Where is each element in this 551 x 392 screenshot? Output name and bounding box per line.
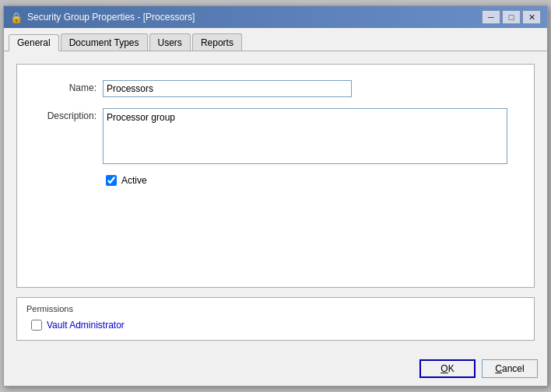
active-checkbox[interactable] [106,175,117,186]
close-button[interactable]: ✕ [522,10,541,24]
footer: OK Cancel [4,353,547,386]
maximize-button[interactable]: □ [502,10,521,24]
tab-reports[interactable]: Reports [192,33,242,51]
minimize-button[interactable]: ─ [482,10,500,24]
ok-button[interactable]: OK [419,359,476,378]
name-label: Name: [33,80,103,93]
vault-admin-checkbox[interactable] [31,320,42,331]
tab-document-types[interactable]: Document Types [61,33,148,51]
active-checkbox-row: Active [33,175,518,186]
name-input[interactable] [103,80,352,97]
description-label: Description: [33,108,103,121]
vault-admin-label[interactable]: Vault Administrator [47,320,125,331]
window-icon: 🔒 [10,11,23,23]
description-textarea[interactable]: Processor group [103,108,507,164]
window-title: Security Group Properties - [Processors] [27,12,195,23]
cancel-button[interactable]: Cancel [482,359,538,378]
vault-admin-row: Vault Administrator [26,320,525,331]
tab-general[interactable]: General [9,34,59,51]
title-bar-left: 🔒 Security Group Properties - [Processor… [10,11,195,23]
content-area: Name: Description: Processor group Activ… [4,51,547,353]
tab-bar: General Document Types Users Reports [4,28,547,51]
permissions-title: Permissions [26,304,525,313]
tab-users[interactable]: Users [149,33,191,51]
main-window: 🔒 Security Group Properties - [Processor… [3,5,548,387]
permissions-section: Permissions Vault Administrator [16,297,535,341]
description-field-row: Description: Processor group [33,108,518,164]
title-bar-controls: ─ □ ✕ [482,10,541,24]
title-bar: 🔒 Security Group Properties - [Processor… [4,6,547,28]
active-label[interactable]: Active [121,175,147,186]
name-field-row: Name: [33,80,518,97]
form-area: Name: Description: Processor group Activ… [16,64,535,288]
